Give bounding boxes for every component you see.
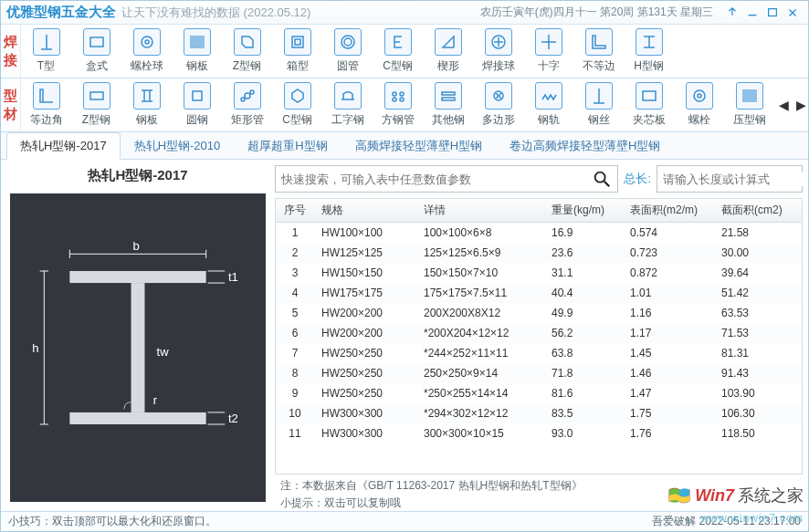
- ribbon-side-weld: 焊接: [1, 25, 21, 78]
- ribbon-icon: [585, 82, 613, 110]
- svg-text:h: h: [32, 341, 38, 355]
- tab[interactable]: 热轧H型钢-2017: [6, 132, 121, 160]
- status-tip: 小技巧：双击顶部可以最大化和还原窗口。: [8, 514, 216, 529]
- ribbon-item-Z型钢[interactable]: Z型钢: [71, 78, 121, 131]
- ribbon-item-Z型钢[interactable]: Z型钢: [222, 25, 272, 78]
- svg-point-19: [400, 98, 404, 101]
- svg-text:t1: t1: [228, 270, 238, 284]
- total-length-label[interactable]: 总长:: [624, 171, 651, 187]
- ribbon-label: 压型钢: [733, 112, 766, 128]
- pin-button[interactable]: [722, 5, 742, 21]
- ribbon-label: 工字钢: [331, 112, 364, 128]
- th-detail[interactable]: 详情: [416, 203, 544, 218]
- table-row[interactable]: 2HW125×125125×125×6.5×923.60.72330.00: [276, 243, 802, 263]
- ribbon-label: 矩形管: [231, 112, 264, 128]
- svg-point-17: [400, 92, 404, 96]
- ribbon-item-压型钢[interactable]: 压型钢: [724, 78, 774, 131]
- ribbon-label: 盒式: [86, 58, 108, 74]
- ribbon-item-矩形管[interactable]: 矩形管: [222, 78, 272, 131]
- ribbon-item-工字钢[interactable]: 工字钢: [322, 78, 373, 131]
- app-slogan: 让天下没有难找的数据 (2022.05.12): [121, 5, 310, 21]
- ribbon-icon: [184, 82, 211, 110]
- search-icon[interactable]: [592, 169, 612, 189]
- ribbon-label: T型: [37, 58, 55, 74]
- ribbon-item-钢轨[interactable]: 钢轨: [523, 78, 573, 131]
- th-seq[interactable]: 序号: [276, 203, 314, 218]
- minimize-button[interactable]: [742, 5, 762, 21]
- svg-rect-29: [131, 283, 145, 412]
- ribbon-item-螺栓[interactable]: 螺栓: [674, 78, 724, 131]
- ribbon-item-多边形[interactable]: 多边形: [473, 78, 523, 131]
- ribbon-item-圆钢[interactable]: 圆钢: [172, 78, 222, 131]
- ribbon-item-T型[interactable]: T型: [21, 25, 71, 78]
- ribbon-label: C型钢: [282, 112, 312, 128]
- ribbon-label: Z型钢: [233, 58, 261, 74]
- svg-text:r: r: [153, 393, 158, 407]
- ribbon-item-方钢管[interactable]: 方钢管: [373, 78, 423, 131]
- ribbon-item-不等边[interactable]: 不等边: [573, 25, 624, 78]
- length-input[interactable]: [657, 172, 808, 186]
- ribbon-item-螺栓球[interactable]: 螺栓球: [121, 25, 172, 78]
- svg-point-2: [142, 37, 152, 47]
- ribbon-item-箱型[interactable]: 箱型: [272, 25, 322, 78]
- ribbon-item-C型钢[interactable]: C型钢: [272, 78, 322, 131]
- ribbon-item-钢板[interactable]: 钢板: [172, 25, 222, 78]
- ribbon-icon: [585, 28, 613, 56]
- svg-text:b: b: [133, 239, 140, 253]
- svg-point-13: [241, 98, 245, 101]
- ribbon-prev-icon[interactable]: ◀: [779, 98, 789, 112]
- table-row[interactable]: 3HW150×150150×150×7×1031.10.87239.64: [276, 263, 802, 283]
- ribbon-item-钢板[interactable]: 钢板: [121, 78, 172, 131]
- ribbon-icon: [284, 28, 311, 56]
- ribbon-label: 不等边: [583, 58, 615, 74]
- ribbon-label: 圆钢: [186, 112, 208, 128]
- ribbon-icon: [435, 28, 462, 56]
- ribbon-label: 方钢管: [382, 112, 415, 128]
- ribbon-item-等边角[interactable]: 等边角: [21, 78, 71, 131]
- lunar-date: 农历壬寅年(虎)四月十一 第20周 第131天 星期三: [480, 5, 713, 20]
- ribbon-label: 焊接球: [482, 58, 515, 74]
- svg-text:t2: t2: [228, 412, 238, 425]
- th-weight[interactable]: 重量(kg/m): [544, 203, 623, 218]
- table-row[interactable]: 5HW200×200200X200X8X1249.91.1663.53: [276, 303, 802, 323]
- ribbon-label: 夹芯板: [633, 112, 666, 128]
- ribbon-item-其他钢[interactable]: 其他钢: [423, 78, 473, 131]
- ribbon-item-楔形[interactable]: 楔形: [423, 25, 473, 78]
- svg-rect-0: [769, 8, 777, 16]
- ribbon-next-icon[interactable]: ▶: [796, 98, 806, 112]
- ribbon-item-C型钢[interactable]: C型钢: [373, 25, 423, 78]
- ribbon-item-盒式[interactable]: 盒式: [71, 25, 121, 78]
- tab[interactable]: 超厚超重H型钢: [234, 132, 341, 159]
- ribbon-item-H型钢[interactable]: H型钢: [624, 25, 674, 78]
- table-row[interactable]: 6HW200×200*200X204×12×1256.21.1771.53: [276, 323, 802, 343]
- tab[interactable]: 热轧H型钢-2010: [121, 132, 235, 159]
- table-row[interactable]: 9HW250×250*250×255×14×1481.61.47103.90: [276, 383, 802, 403]
- th-section[interactable]: 截面积(cm2): [714, 203, 794, 218]
- ribbon-label: 钢丝: [588, 112, 610, 128]
- ribbon-item-十字[interactable]: 十字: [523, 25, 573, 78]
- th-spec[interactable]: 规格: [314, 203, 416, 218]
- ribbon-icon: [535, 82, 562, 110]
- ribbon-item-焊接球[interactable]: 焊接球: [473, 25, 523, 78]
- ribbon-icon: [535, 28, 562, 56]
- ribbon-section: 型材 等边角Z型钢钢板圆钢矩形管C型钢工字钢方钢管其他钢多边形钢轨钢丝夹芯板螺栓…: [1, 78, 808, 132]
- table-row[interactable]: 8HW250×250250×250×9×1471.81.4691.43: [276, 363, 802, 383]
- th-area[interactable]: 表面积(m2/m): [623, 203, 714, 218]
- ribbon-item-圆管[interactable]: 圆管: [322, 25, 373, 78]
- status-credit: 吾爱破解 2022-05-11 23:17:00: [652, 514, 801, 529]
- table-row[interactable]: 1HW100×100100×100×6×816.90.57421.58: [276, 223, 802, 243]
- ribbon-item-钢丝[interactable]: 钢丝: [573, 78, 624, 131]
- close-button[interactable]: [783, 5, 803, 21]
- maximize-button[interactable]: [762, 5, 783, 21]
- svg-point-12: [245, 93, 250, 99]
- search-input[interactable]: [281, 172, 592, 186]
- table-row[interactable]: 7HW250×250*244×252×11×1163.81.4581.31: [276, 343, 802, 363]
- tab[interactable]: 卷边高频焊接轻型薄壁H型钢: [496, 132, 674, 159]
- tab[interactable]: 高频焊接轻型薄壁H型钢: [341, 132, 496, 159]
- table-row[interactable]: 10HW300×300*294×302×12×1283.51.75106.30: [276, 403, 802, 423]
- svg-rect-5: [292, 37, 303, 47]
- ribbon-item-夹芯板[interactable]: 夹芯板: [624, 78, 674, 131]
- table-row[interactable]: 11HW300×300300×300×10×1593.01.76118.50: [276, 423, 802, 443]
- svg-rect-28: [69, 412, 205, 424]
- table-row[interactable]: 4HW175×175175×175×7.5×1140.41.0151.42: [276, 283, 802, 303]
